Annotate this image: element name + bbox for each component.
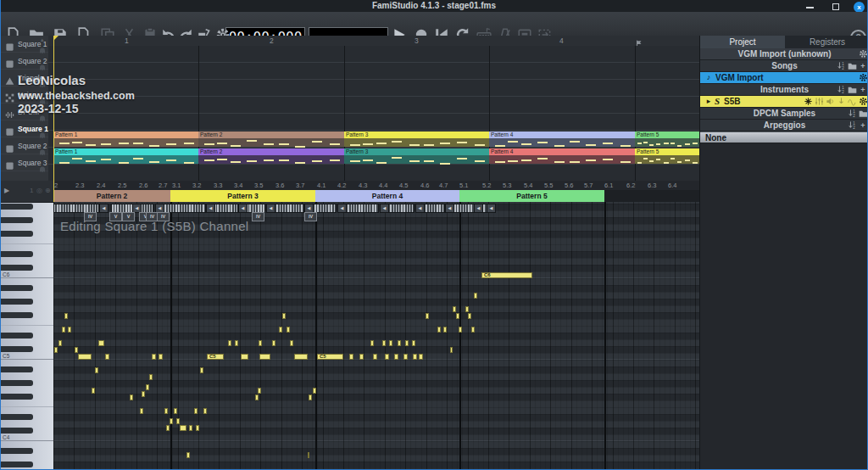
explorer-row-arpeggios[interactable]: Arpeggios+12: [700, 120, 868, 131]
note[interactable]: [140, 408, 143, 414]
folder-icon[interactable]: [847, 61, 857, 71]
note[interactable]: [308, 452, 309, 458]
note[interactable]: [443, 327, 447, 333]
note[interactable]: [287, 327, 290, 333]
black-key[interactable]: [1, 265, 33, 271]
note[interactable]: [413, 354, 417, 360]
note[interactable]: [279, 327, 282, 333]
note[interactable]: [92, 388, 95, 394]
pattern-block[interactable]: Pattern 4: [489, 148, 635, 164]
note[interactable]: [196, 425, 199, 431]
add-icon[interactable]: +: [858, 85, 868, 95]
pattern-block[interactable]: Pattern 5: [635, 148, 699, 164]
pattern-block[interactable]: Pattern 3: [344, 131, 489, 147]
note[interactable]: [170, 418, 173, 424]
note[interactable]: [259, 354, 270, 360]
note[interactable]: [62, 327, 65, 333]
note[interactable]: [152, 354, 156, 360]
note[interactable]: [200, 367, 203, 373]
note[interactable]: [272, 340, 275, 346]
minimize-button[interactable]: [806, 7, 814, 8]
sort-icon[interactable]: 12: [836, 61, 846, 71]
explorer-row-songs[interactable]: Songs+12: [700, 60, 868, 72]
black-key[interactable]: [1, 414, 33, 420]
pattern-block[interactable]: Pattern 2: [198, 131, 344, 147]
effect-panel-expand-icon[interactable]: ▶: [4, 187, 9, 194]
note[interactable]: [403, 354, 408, 360]
force-display-icon[interactable]: [39, 144, 46, 151]
note[interactable]: [426, 313, 429, 319]
speaker-icon[interactable]: [825, 97, 835, 107]
sliders-icon[interactable]: [814, 97, 824, 107]
note[interactable]: [459, 327, 462, 333]
force-display-icon[interactable]: [39, 59, 46, 66]
black-key[interactable]: [1, 428, 33, 434]
snap-magnet-icon[interactable]: ⊕: [45, 187, 51, 194]
sort-icon[interactable]: 12: [847, 120, 857, 131]
explorer-row-instruments[interactable]: Instruments+12: [700, 84, 868, 96]
gear-icon[interactable]: [858, 49, 868, 59]
black-key[interactable]: [1, 394, 33, 400]
snap-resolution-label[interactable]: 1: [30, 187, 33, 194]
star-icon[interactable]: [803, 97, 813, 107]
channel-row-square-2[interactable]: Square 2: [1, 53, 48, 70]
note[interactable]: [105, 354, 109, 360]
note[interactable]: [58, 340, 62, 346]
note[interactable]: [68, 327, 71, 333]
note[interactable]: [456, 313, 459, 319]
tab-project[interactable]: Project: [700, 36, 785, 48]
note[interactable]: [189, 425, 192, 431]
note[interactable]: [146, 384, 149, 390]
note[interactable]: [78, 354, 92, 360]
note[interactable]: [474, 293, 477, 299]
black-key[interactable]: [1, 251, 33, 257]
piano-roll-ruler[interactable]: 22.32.42.52.62.73.13.23.33.43.53.63.74.1…: [53, 181, 699, 190]
note[interactable]: [75, 347, 78, 353]
note[interactable]: [130, 394, 133, 400]
note[interactable]: [290, 340, 293, 346]
wave-icon[interactable]: [847, 97, 857, 107]
black-key[interactable]: [1, 366, 33, 372]
note[interactable]: [98, 340, 104, 346]
note[interactable]: [370, 340, 374, 346]
black-key[interactable]: [1, 204, 33, 210]
explorer-row-dpcm-samples[interactable]: DPCM Samples12: [700, 108, 868, 120]
note[interactable]: [394, 354, 398, 360]
explorer-row-vgm-import-unknown-[interactable]: VGM Import (unknown): [700, 48, 868, 60]
force-display-icon[interactable]: [39, 127, 46, 134]
note[interactable]: [180, 425, 186, 431]
folder-icon[interactable]: [858, 109, 868, 119]
note[interactable]: [174, 408, 177, 414]
note[interactable]: [389, 340, 392, 346]
pattern-block[interactable]: Pattern 3: [344, 148, 489, 164]
note[interactable]: [164, 408, 168, 414]
note[interactable]: [64, 313, 68, 319]
black-key[interactable]: [1, 380, 33, 386]
note[interactable]: [166, 425, 170, 431]
note[interactable]: [54, 347, 58, 353]
gear-icon[interactable]: [858, 97, 868, 107]
note[interactable]: [465, 306, 469, 312]
maximize-button[interactable]: [832, 3, 839, 10]
note[interactable]: [176, 418, 180, 424]
tab-registers[interactable]: Registers: [785, 36, 868, 48]
note[interactable]: [159, 354, 163, 360]
note[interactable]: [349, 354, 353, 360]
note[interactable]: [471, 327, 475, 333]
black-key[interactable]: [1, 312, 33, 318]
black-key[interactable]: [1, 346, 33, 352]
explorer-row-s5b[interactable]: ▸SS5B: [700, 96, 868, 108]
pattern-block[interactable]: Pattern 4: [489, 131, 635, 147]
note[interactable]: [373, 354, 377, 360]
black-key[interactable]: [1, 448, 33, 454]
note[interactable]: [294, 354, 308, 360]
note[interactable]: [258, 388, 261, 394]
pitch-icon[interactable]: [836, 97, 846, 107]
piano-roll-pattern-bar[interactable]: Pattern 4: [315, 190, 459, 202]
note[interactable]: [228, 340, 231, 346]
force-display-icon[interactable]: [39, 42, 46, 49]
black-key[interactable]: [1, 285, 33, 291]
note[interactable]: [95, 367, 98, 373]
black-key[interactable]: [1, 217, 33, 223]
note[interactable]: [453, 306, 456, 312]
